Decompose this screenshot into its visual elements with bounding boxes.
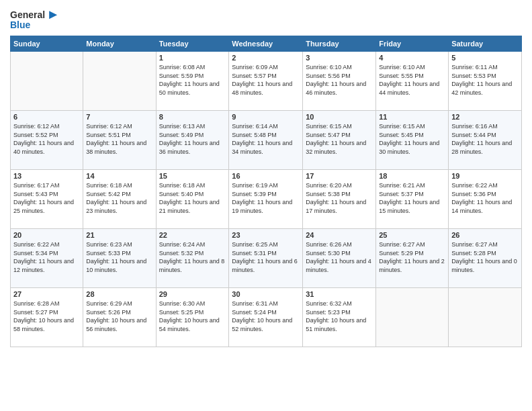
calendar-cell: 17Sunrise: 6:20 AM Sunset: 5:38 PM Dayli… [303,170,376,229]
day-number: 24 [306,231,373,239]
week-row-5: 27Sunrise: 6:28 AM Sunset: 5:27 PM Dayli… [11,288,522,347]
day-info: Sunrise: 6:10 AM Sunset: 5:55 PM Dayligh… [379,63,445,97]
calendar-cell: 12Sunrise: 6:16 AM Sunset: 5:44 PM Dayli… [449,111,522,170]
day-number: 26 [451,231,519,239]
calendar-cell: 13Sunrise: 6:17 AM Sunset: 5:43 PM Dayli… [11,170,83,229]
day-info: Sunrise: 6:15 AM Sunset: 5:47 PM Dayligh… [306,122,373,156]
weekday-header-monday: Monday [83,36,156,52]
day-info: Sunrise: 6:29 AM Sunset: 5:26 PM Dayligh… [86,300,152,333]
logo-bird-icon: ► [46,7,60,22]
day-info: Sunrise: 6:18 AM Sunset: 5:40 PM Dayligh… [159,181,226,215]
day-number: 9 [232,113,300,121]
day-info: Sunrise: 6:32 AM Sunset: 5:23 PM Dayligh… [306,300,373,333]
calendar-cell: 3Sunrise: 6:10 AM Sunset: 5:56 PM Daylig… [303,52,376,111]
calendar-cell [11,52,83,111]
day-number: 12 [451,113,519,121]
calendar-cell: 18Sunrise: 6:21 AM Sunset: 5:37 PM Dayli… [376,170,449,229]
calendar-cell: 27Sunrise: 6:28 AM Sunset: 5:27 PM Dayli… [11,288,83,347]
day-info: Sunrise: 6:09 AM Sunset: 5:57 PM Dayligh… [232,63,300,97]
week-row-1: 1Sunrise: 6:08 AM Sunset: 5:59 PM Daylig… [11,52,522,111]
day-info: Sunrise: 6:13 AM Sunset: 5:49 PM Dayligh… [159,122,226,156]
day-info: Sunrise: 6:22 AM Sunset: 5:36 PM Dayligh… [451,181,519,215]
day-number: 20 [13,231,80,239]
calendar-cell: 31Sunrise: 6:32 AM Sunset: 5:23 PM Dayli… [303,288,376,347]
day-info: Sunrise: 6:08 AM Sunset: 5:59 PM Dayligh… [159,63,226,97]
day-info: Sunrise: 6:17 AM Sunset: 5:43 PM Dayligh… [13,181,80,215]
day-number: 25 [379,231,445,239]
day-info: Sunrise: 6:12 AM Sunset: 5:51 PM Dayligh… [86,122,152,156]
calendar-cell [83,52,156,111]
day-number: 6 [13,113,80,121]
calendar-cell: 1Sunrise: 6:08 AM Sunset: 5:59 PM Daylig… [156,52,229,111]
day-info: Sunrise: 6:27 AM Sunset: 5:28 PM Dayligh… [451,240,519,274]
logo-blue-text: Blue [10,19,30,30]
weekday-header-sunday: Sunday [11,36,83,52]
calendar-cell: 21Sunrise: 6:23 AM Sunset: 5:33 PM Dayli… [83,229,156,288]
calendar-cell: 23Sunrise: 6:25 AM Sunset: 5:31 PM Dayli… [229,229,303,288]
calendar-cell: 26Sunrise: 6:27 AM Sunset: 5:28 PM Dayli… [449,229,522,288]
calendar-cell: 10Sunrise: 6:15 AM Sunset: 5:47 PM Dayli… [303,111,376,170]
day-number: 23 [232,231,300,239]
day-number: 16 [232,172,300,180]
calendar-cell: 4Sunrise: 6:10 AM Sunset: 5:55 PM Daylig… [376,52,449,111]
calendar-cell: 16Sunrise: 6:19 AM Sunset: 5:39 PM Dayli… [229,170,303,229]
calendar-cell: 2Sunrise: 6:09 AM Sunset: 5:57 PM Daylig… [229,52,303,111]
calendar-cell: 11Sunrise: 6:15 AM Sunset: 5:45 PM Dayli… [376,111,449,170]
day-number: 10 [306,113,373,121]
day-number: 13 [13,172,80,180]
day-info: Sunrise: 6:14 AM Sunset: 5:48 PM Dayligh… [232,122,300,156]
calendar-cell: 30Sunrise: 6:31 AM Sunset: 5:24 PM Dayli… [229,288,303,347]
week-row-2: 6Sunrise: 6:12 AM Sunset: 5:52 PM Daylig… [11,111,522,170]
weekday-header-tuesday: Tuesday [156,36,229,52]
day-info: Sunrise: 6:22 AM Sunset: 5:34 PM Dayligh… [13,240,80,274]
calendar-cell: 8Sunrise: 6:13 AM Sunset: 5:49 PM Daylig… [156,111,229,170]
day-number: 18 [379,172,445,180]
calendar: SundayMondayTuesdayWednesdayThursdayFrid… [10,36,522,347]
day-number: 5 [451,54,519,62]
day-info: Sunrise: 6:31 AM Sunset: 5:24 PM Dayligh… [232,300,300,333]
day-number: 11 [379,113,445,121]
weekday-header-row: SundayMondayTuesdayWednesdayThursdayFrid… [11,36,522,52]
day-number: 29 [159,290,226,298]
day-number: 3 [306,54,373,62]
day-info: Sunrise: 6:23 AM Sunset: 5:33 PM Dayligh… [86,240,152,274]
day-number: 30 [232,290,300,298]
day-number: 31 [306,290,373,298]
day-number: 14 [86,172,152,180]
weekday-header-wednesday: Wednesday [229,36,303,52]
day-info: Sunrise: 6:10 AM Sunset: 5:56 PM Dayligh… [306,63,373,97]
calendar-cell: 5Sunrise: 6:11 AM Sunset: 5:53 PM Daylig… [449,52,522,111]
day-number: 28 [86,290,152,298]
day-info: Sunrise: 6:16 AM Sunset: 5:44 PM Dayligh… [451,122,519,156]
day-info: Sunrise: 6:15 AM Sunset: 5:45 PM Dayligh… [379,122,445,156]
week-row-4: 20Sunrise: 6:22 AM Sunset: 5:34 PM Dayli… [11,229,522,288]
day-number: 8 [159,113,226,121]
day-info: Sunrise: 6:11 AM Sunset: 5:53 PM Dayligh… [451,63,519,97]
calendar-cell: 9Sunrise: 6:14 AM Sunset: 5:48 PM Daylig… [229,111,303,170]
day-info: Sunrise: 6:12 AM Sunset: 5:52 PM Dayligh… [13,122,80,156]
day-info: Sunrise: 6:24 AM Sunset: 5:32 PM Dayligh… [159,240,226,274]
calendar-cell: 19Sunrise: 6:22 AM Sunset: 5:36 PM Dayli… [449,170,522,229]
day-number: 22 [159,231,226,239]
calendar-cell [449,288,522,347]
weekday-header-friday: Friday [376,36,449,52]
calendar-cell: 7Sunrise: 6:12 AM Sunset: 5:51 PM Daylig… [83,111,156,170]
week-row-3: 13Sunrise: 6:17 AM Sunset: 5:43 PM Dayli… [11,170,522,229]
day-info: Sunrise: 6:26 AM Sunset: 5:30 PM Dayligh… [306,240,373,274]
calendar-cell: 29Sunrise: 6:30 AM Sunset: 5:25 PM Dayli… [156,288,229,347]
day-info: Sunrise: 6:20 AM Sunset: 5:38 PM Dayligh… [306,181,373,215]
calendar-cell: 28Sunrise: 6:29 AM Sunset: 5:26 PM Dayli… [83,288,156,347]
weekday-header-thursday: Thursday [303,36,376,52]
page-container: General ► Blue SundayMondayTuesdayWednes… [0,0,532,411]
calendar-cell: 15Sunrise: 6:18 AM Sunset: 5:40 PM Dayli… [156,170,229,229]
day-info: Sunrise: 6:19 AM Sunset: 5:39 PM Dayligh… [232,181,300,215]
logo: General ► Blue [10,7,60,30]
day-info: Sunrise: 6:27 AM Sunset: 5:29 PM Dayligh… [379,240,445,274]
day-number: 4 [379,54,445,62]
day-info: Sunrise: 6:18 AM Sunset: 5:42 PM Dayligh… [86,181,152,215]
day-info: Sunrise: 6:21 AM Sunset: 5:37 PM Dayligh… [379,181,445,215]
day-number: 15 [159,172,226,180]
calendar-cell: 6Sunrise: 6:12 AM Sunset: 5:52 PM Daylig… [11,111,83,170]
weekday-header-saturday: Saturday [449,36,522,52]
day-number: 17 [306,172,373,180]
